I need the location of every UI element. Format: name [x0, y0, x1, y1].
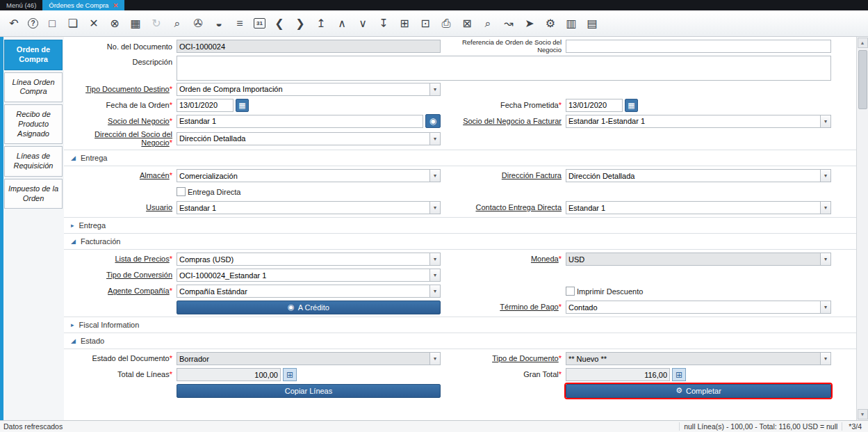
- section-header-fiscal-information[interactable]: ▸ Fiscal Information: [64, 319, 856, 331]
- business-partner-label[interactable]: Socio del Negocio: [108, 117, 170, 125]
- print-discount-checkbox[interactable]: [566, 287, 575, 296]
- chevron-down-icon[interactable]: ▾: [820, 253, 831, 266]
- sidebar-tab-orden-de-compra[interactable]: Orden de Compra: [4, 40, 63, 70]
- total-lines-input[interactable]: [177, 368, 281, 381]
- conversion-type-label[interactable]: Tipo de Conversión: [106, 271, 172, 279]
- zoom-across-icon[interactable]: ⌕: [481, 18, 495, 29]
- close-icon[interactable]: ✕: [113, 2, 118, 9]
- currency-label[interactable]: Moneda: [531, 255, 559, 263]
- calendar-icon[interactable]: 31: [254, 18, 265, 29]
- send-mail-icon[interactable]: ➤: [523, 18, 537, 29]
- price-list-label[interactable]: Lista de Precios: [115, 255, 169, 263]
- doc-status-input[interactable]: [177, 352, 429, 365]
- find-icon[interactable]: ⌕: [170, 18, 184, 29]
- invoice-address-label[interactable]: Dirección Factura: [502, 171, 562, 179]
- company-agent-input[interactable]: [177, 285, 429, 298]
- scrollbar-thumb[interactable]: [858, 50, 867, 109]
- grand-total-input[interactable]: [566, 368, 670, 381]
- chevron-down-icon[interactable]: ▾: [429, 132, 441, 145]
- bill-to-partner-input[interactable]: [566, 115, 820, 128]
- tab-menu[interactable]: Menú (46): [0, 0, 42, 10]
- scroll-up-icon[interactable]: ▲: [858, 38, 868, 48]
- copy-lines-button[interactable]: Copiar Líneas: [177, 384, 441, 398]
- doc-type-input[interactable]: [566, 352, 820, 365]
- calendar-button[interactable]: ▦: [625, 99, 638, 112]
- chat-icon[interactable]: ◒: [212, 18, 226, 29]
- refresh-icon[interactable]: ↻: [149, 18, 163, 29]
- sidebar-tab-lineas-requisicion[interactable]: Líneas de Requisición: [4, 146, 63, 177]
- partner-address-label[interactable]: Dirección del Socio del Negocio: [95, 130, 172, 147]
- chevron-down-icon[interactable]: ▾: [820, 169, 831, 182]
- print-icon[interactable]: ⎙: [439, 18, 453, 29]
- bp-order-ref-input[interactable]: [566, 40, 831, 53]
- copy-record-icon[interactable]: ❏: [66, 18, 80, 29]
- scroll-down-icon[interactable]: ▼: [858, 409, 868, 419]
- warehouse-input[interactable]: [177, 169, 429, 182]
- first-record-icon[interactable]: ↥: [314, 18, 328, 29]
- drop-ship-contact-input[interactable]: [566, 201, 820, 214]
- undo-icon[interactable]: ↶: [7, 18, 21, 29]
- parent-record-icon[interactable]: ∧: [335, 18, 349, 29]
- business-partner-input[interactable]: [177, 115, 423, 128]
- vertical-scrollbar[interactable]: ▲ ▼: [856, 37, 868, 420]
- previous-record-icon[interactable]: ❮: [272, 18, 286, 29]
- calendar-button[interactable]: ▦: [236, 99, 249, 112]
- credit-button[interactable]: ◉A Crédito: [177, 301, 441, 314]
- doc-type-label[interactable]: Tipo de Documento: [492, 354, 559, 362]
- chevron-down-icon[interactable]: ▾: [820, 352, 831, 365]
- drop-ship-contact-label[interactable]: Contacto Entrega Directa: [475, 203, 562, 211]
- sidebar-tab-recibo-producto-asignado[interactable]: Recibo de Producto Asignado: [4, 104, 63, 144]
- currency-input[interactable]: [566, 253, 820, 266]
- print-preview-icon[interactable]: ⊡: [418, 18, 432, 29]
- price-list-input[interactable]: [177, 253, 429, 266]
- chevron-down-icon[interactable]: ▾: [429, 269, 441, 282]
- document-no-input[interactable]: [177, 40, 441, 53]
- company-agent-label[interactable]: Agente Compañía: [108, 287, 170, 295]
- sidebar-tab-linea-orden-compra[interactable]: Línea Orden Compra: [4, 72, 63, 103]
- report-icon[interactable]: ▤: [585, 18, 599, 29]
- attachment-icon[interactable]: ✇: [191, 18, 205, 29]
- product-info-icon[interactable]: ▥: [564, 18, 578, 29]
- warehouse-label[interactable]: Almacén: [140, 171, 170, 179]
- complete-button[interactable]: ⚙Completar: [566, 384, 831, 398]
- payment-term-label[interactable]: Término de Pago: [500, 303, 558, 311]
- section-header-facturacion[interactable]: ◢ Facturación: [64, 235, 856, 248]
- workflow-icon[interactable]: ↝: [502, 18, 516, 29]
- save-icon[interactable]: ▦: [129, 18, 142, 29]
- chevron-down-icon[interactable]: ▾: [820, 301, 831, 314]
- description-input[interactable]: [177, 56, 831, 81]
- chevron-down-icon[interactable]: ▾: [429, 83, 441, 96]
- chevron-down-icon[interactable]: ▾: [429, 285, 441, 298]
- tab-ordenes-de-compra[interactable]: Órdenes de Compra ✕: [42, 0, 124, 10]
- calculator-button[interactable]: ⊞: [283, 368, 297, 381]
- partner-address-input[interactable]: [177, 132, 429, 145]
- delete-record-icon[interactable]: ✕: [87, 18, 101, 29]
- section-header-entrega[interactable]: ◢ Entrega: [64, 152, 856, 164]
- target-doc-type-input[interactable]: [177, 83, 429, 96]
- new-record-icon[interactable]: □: [45, 18, 59, 29]
- date-promised-input[interactable]: [566, 99, 623, 112]
- business-partner-info-button[interactable]: ◉: [425, 114, 441, 128]
- last-record-icon[interactable]: ↧: [377, 18, 391, 29]
- section-header-entrega-2[interactable]: ▸ Entrega: [64, 219, 856, 232]
- target-doc-type-label[interactable]: Tipo Documento Destino: [85, 85, 170, 93]
- grid-toggle-icon[interactable]: ≡: [233, 18, 247, 29]
- next-record-icon[interactable]: ❯: [293, 18, 307, 29]
- chevron-down-icon[interactable]: ▾: [429, 253, 441, 266]
- form-view-icon[interactable]: ⊞: [398, 18, 411, 29]
- chevron-down-icon[interactable]: ▾: [429, 352, 441, 365]
- delete-selection-icon[interactable]: ⊗: [108, 18, 122, 29]
- sidebar-tab-impuesto-orden[interactable]: Impuesto de la Orden: [4, 179, 63, 209]
- payment-term-input[interactable]: [566, 301, 820, 314]
- chevron-down-icon[interactable]: ▾: [429, 169, 441, 182]
- lock-icon[interactable]: ⊠: [460, 18, 474, 29]
- conversion-type-input[interactable]: [177, 269, 429, 282]
- chevron-down-icon[interactable]: ▾: [820, 115, 831, 128]
- help-icon[interactable]: ?: [28, 18, 38, 29]
- chevron-down-icon[interactable]: ▾: [820, 201, 831, 214]
- user-label[interactable]: Usuario: [146, 203, 172, 211]
- invoice-address-input[interactable]: [566, 169, 820, 182]
- drop-ship-checkbox[interactable]: [177, 187, 186, 196]
- process-icon[interactable]: ⚙: [543, 18, 557, 29]
- bill-to-partner-label[interactable]: Socio del Negocio a Facturar: [463, 117, 562, 125]
